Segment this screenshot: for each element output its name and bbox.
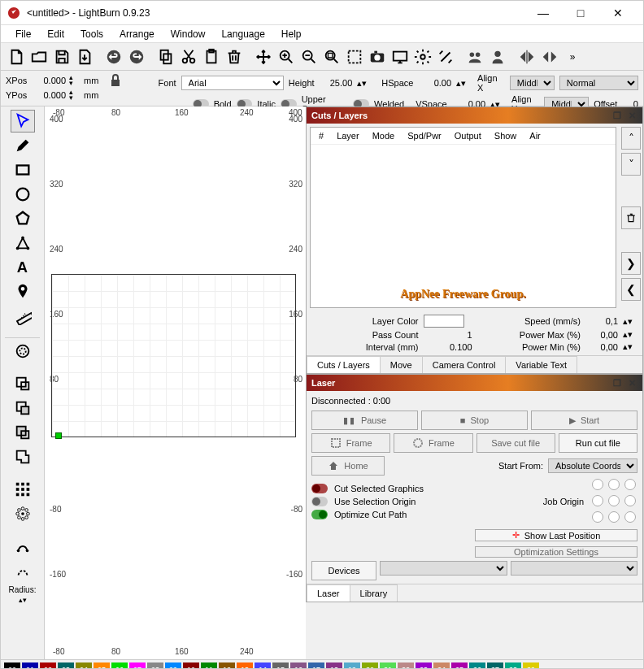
convert-tool[interactable] — [11, 559, 35, 582]
font-select[interactable]: Arial — [181, 76, 284, 90]
menu-file[interactable]: File — [7, 27, 39, 41]
menu-help[interactable]: Help — [273, 27, 310, 41]
device-select-2[interactable] — [511, 561, 638, 576]
devices-button[interactable]: Devices — [311, 561, 376, 580]
color-swatch-23[interactable]: 23 — [416, 662, 432, 670]
color-swatch-08[interactable]: 08 — [147, 662, 163, 670]
open-button[interactable] — [28, 46, 50, 67]
import-button[interactable] — [74, 46, 95, 67]
xpos-spinner[interactable]: ▴▾ — [69, 75, 80, 86]
redo-button[interactable] — [126, 46, 147, 67]
cuts-panel-header[interactable]: Cuts / Layers ❐ ✕ — [307, 107, 642, 124]
color-swatch-01[interactable]: 01 — [22, 662, 38, 670]
color-swatch-19[interactable]: 19 — [344, 662, 360, 670]
panel-undock-icon[interactable]: ❐ — [611, 377, 623, 389]
color-swatch-17[interactable]: 17 — [308, 662, 324, 670]
device-settings-button[interactable] — [435, 46, 456, 67]
delete-button[interactable] — [224, 46, 245, 67]
tab-move[interactable]: Move — [380, 356, 423, 373]
color-swatch-02[interactable]: 02 — [40, 662, 56, 670]
color-swatch-16[interactable]: 16 — [290, 662, 307, 670]
speed-value[interactable]: 0,1 — [585, 316, 618, 326]
interval-value[interactable]: 0.100 — [424, 342, 472, 352]
alignx-select[interactable]: Middle — [510, 76, 555, 90]
layer-color-swatch[interactable] — [424, 315, 464, 328]
color-swatch-22[interactable]: 22 — [398, 662, 414, 670]
color-swatch-20[interactable]: 20 — [362, 662, 378, 670]
pause-button[interactable]: ▮▮Pause — [311, 411, 418, 430]
camera-button[interactable] — [367, 46, 388, 67]
panel-close-icon[interactable]: ✕ — [626, 110, 637, 121]
run-cut-button[interactable]: Run cut file — [559, 433, 637, 453]
edit-tool[interactable] — [11, 535, 35, 558]
layer-up-button[interactable]: ˄ — [621, 127, 641, 150]
start-button[interactable]: ▶Start — [531, 411, 637, 430]
color-swatch-15[interactable]: 15 — [272, 662, 289, 670]
menu-window[interactable]: Window — [163, 27, 214, 41]
color-swatch-14[interactable]: 14 — [255, 662, 271, 670]
color-swatch-18[interactable]: 18 — [326, 662, 342, 670]
color-swatch-28[interactable]: 28 — [505, 662, 521, 670]
color-swatch-00[interactable]: 00 — [4, 662, 20, 670]
undo-button[interactable] — [103, 46, 124, 67]
start-from-select[interactable]: Absolute Coords — [548, 458, 637, 473]
grid-array-tool[interactable] — [11, 478, 35, 501]
close-button[interactable]: ✕ — [599, 1, 637, 25]
ypos-spinner[interactable]: ▴▾ — [69, 89, 80, 101]
menu-tools[interactable]: Tools — [72, 27, 111, 41]
xpos-value[interactable]: 0.000 — [33, 76, 66, 85]
color-swatch-11[interactable]: 11 — [201, 662, 217, 670]
pass-count-value[interactable]: 1 — [424, 330, 472, 340]
copy-button[interactable] — [155, 46, 176, 67]
weld2-tool[interactable] — [11, 397, 35, 419]
device-select-1[interactable] — [380, 561, 507, 576]
minimize-button[interactable]: — — [524, 1, 562, 25]
zoom-out-button[interactable] — [298, 46, 320, 67]
group-button[interactable] — [464, 46, 485, 67]
panel-close-icon[interactable]: ✕ — [626, 377, 637, 389]
palette-more-button[interactable]: » — [541, 663, 554, 670]
weld4-tool[interactable] — [11, 445, 35, 468]
layer-down-button[interactable]: ˅ — [621, 153, 641, 176]
color-swatch-26[interactable]: 26 — [469, 662, 485, 670]
menu-language[interactable]: Language — [213, 27, 272, 41]
cuts-list[interactable]: AppNee Freeware Group. — [311, 145, 616, 307]
weld3-tool[interactable] — [11, 421, 35, 444]
tab-library[interactable]: Library — [350, 584, 398, 602]
edit-nodes-tool[interactable] — [11, 232, 35, 254]
color-swatch-25[interactable]: 25 — [451, 662, 468, 670]
optimize-toggle[interactable] — [311, 510, 328, 519]
save-button[interactable] — [51, 46, 72, 67]
color-swatch-21[interactable]: 21 — [380, 662, 396, 670]
stop-button[interactable]: ■Stop — [421, 411, 528, 430]
mirror-h-button[interactable] — [516, 46, 537, 67]
mirror-v-button[interactable] — [539, 46, 560, 67]
optimization-settings-button[interactable]: Optimization Settings — [475, 546, 637, 558]
use-selection-toggle[interactable] — [311, 497, 328, 506]
tab-laser[interactable]: Laser — [307, 584, 350, 602]
color-swatch-29[interactable]: 29 — [523, 662, 539, 670]
show-last-position-button[interactable]: ✛Show Last Position — [475, 529, 637, 541]
lock-icon[interactable] — [110, 73, 121, 88]
color-swatch-10[interactable]: 10 — [183, 662, 199, 670]
height-value[interactable]: 25.00 — [320, 78, 353, 88]
cut-selected-toggle[interactable] — [311, 484, 328, 493]
color-swatch-07[interactable]: 07 — [129, 662, 146, 670]
polygon-tool[interactable] — [11, 207, 35, 230]
layer-next-button[interactable]: ❯ — [621, 252, 641, 275]
toolbar-more[interactable]: » — [562, 46, 583, 67]
text-mode-select[interactable]: Normal — [559, 76, 638, 90]
color-swatch-04[interactable]: 04 — [76, 662, 92, 670]
tab-variable-text[interactable]: Variable Text — [505, 356, 577, 373]
laser-panel-header[interactable]: Laser ❐ ✕ — [307, 375, 642, 391]
maximize-button[interactable]: □ — [562, 1, 599, 25]
frame-rect-button[interactable]: Frame — [311, 433, 390, 453]
ellipse-tool[interactable] — [11, 183, 35, 206]
color-swatch-27[interactable]: 27 — [487, 662, 503, 670]
settings-button[interactable] — [412, 46, 433, 67]
weld1-tool[interactable] — [11, 372, 35, 395]
offset-tool[interactable] — [11, 340, 35, 363]
color-swatch-06[interactable]: 06 — [111, 662, 128, 670]
layer-delete-button[interactable] — [621, 206, 641, 229]
ungroup-button[interactable] — [487, 46, 508, 67]
